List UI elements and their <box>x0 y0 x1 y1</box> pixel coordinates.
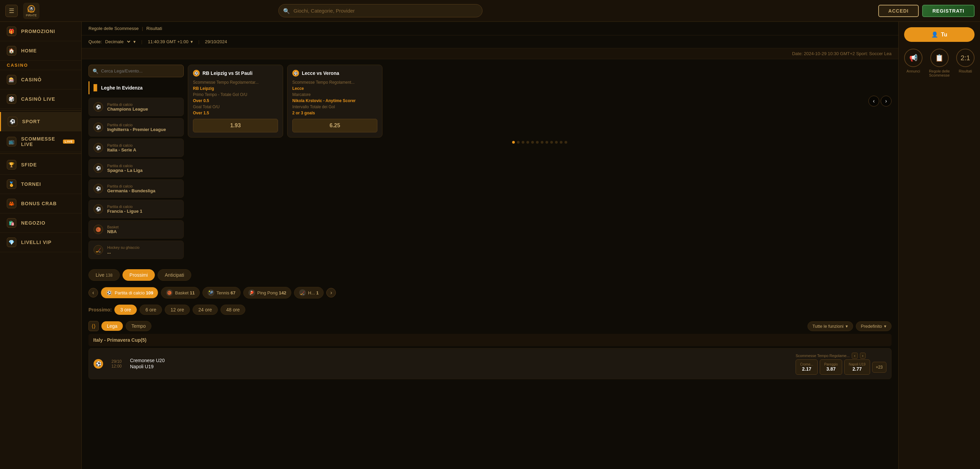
tab-label: Live <box>95 272 105 278</box>
carousel-prev-btn[interactable]: ‹ <box>869 95 879 107</box>
right-icon-annunci[interactable]: 📢 Annunci <box>904 49 923 77</box>
sidebar-toggle-btn[interactable]: ☰ <box>5 5 18 17</box>
carousel-dot[interactable] <box>541 141 543 144</box>
carousel-dot[interactable] <box>546 141 548 144</box>
view-tempo-btn[interactable]: Tempo <box>126 321 151 331</box>
bonus-crab-icon: 🦀 <box>7 199 16 208</box>
sidebar-item-bonus-crab[interactable]: 🦀 BONUS CRAB <box>0 194 81 213</box>
more-markets-btn[interactable]: +23 <box>872 362 886 373</box>
sidebar-item-casino-live[interactable]: 🎲 CASINÒ LIVE <box>0 89 81 109</box>
breadcrumb-item-2[interactable]: Risultati <box>146 26 162 31</box>
right-icon-circle-regole: 📋 <box>930 49 949 67</box>
sidebar-item-sport[interactable]: ⚽ SPORT <box>0 112 81 131</box>
registrati-button[interactable]: REGISTRATI <box>922 5 975 17</box>
sport-tab-ping-pong[interactable]: 🏓 Ping Pong 142 <box>243 287 291 299</box>
odds-label: Napoli U19 <box>849 362 865 366</box>
tu-button[interactable]: 👤 Tu <box>904 27 975 42</box>
carousel-dot[interactable] <box>517 141 520 144</box>
bet-type-text: Scommesse Tempo Regolame... <box>795 354 850 358</box>
league-info: Partita di calcio Italia - Serie A <box>107 143 137 153</box>
sport-tab-hockey[interactable]: 🏒 H... 1 <box>294 287 324 299</box>
sidebar-item-home[interactable]: 🏠 HOME <box>0 41 81 60</box>
time-option[interactable]: 11:40:39 GMT +1:00 ▾ <box>148 39 192 44</box>
carousel-match-name: RB Leipzig vs St Pauli <box>202 70 253 76</box>
league-info: Partita di calcio Francia - Ligue 1 <box>107 205 142 214</box>
tab-prossimi[interactable]: Prossimi <box>123 269 155 281</box>
right-icon-risultati[interactable]: 2:1 Risultati <box>956 49 975 77</box>
league-item[interactable]: ⚽ Partita di calcio Spagna - La Liga <box>89 159 184 177</box>
carousel-dot[interactable] <box>555 141 558 144</box>
league-name-item: Spagna - La Liga <box>107 168 143 173</box>
carousel-next-btn[interactable]: › <box>881 95 891 107</box>
odds-button[interactable]: Napoli U19 2.77 <box>844 359 870 375</box>
carousel-dot[interactable] <box>531 141 534 144</box>
sport-tab-icon: 🏓 <box>248 289 255 296</box>
league-item[interactable]: ⚽ Partita di calcio Italia - Serie A <box>89 138 184 157</box>
carousel-row2-label: Intervallo Totale dei Gol <box>292 105 377 109</box>
match-bet-type: Scommesse Tempo Regolame... ‹ › Crome...… <box>795 353 886 375</box>
team1-name: Cremonese U20 <box>130 358 791 363</box>
quote-select[interactable]: Decimale Frazionale <box>104 39 131 45</box>
view-lega-btn[interactable]: Lega <box>102 321 123 331</box>
logo-icon: FAT PIRATE 🏴‍☠️ <box>23 3 40 19</box>
livelli-vip-icon: 💎 <box>7 238 16 247</box>
sidebar-item-sfide[interactable]: 🏆 SFIDE <box>0 155 81 175</box>
sidebar-label-sport: SPORT <box>22 119 40 124</box>
carousel-row1-label: Primo Tempo - Totale Gol O/U <box>193 92 278 97</box>
time-btn-3ore[interactable]: 3 ore <box>115 305 137 315</box>
right-icon-circle-risultati: 2:1 <box>956 49 975 67</box>
sidebar-item-livelli-vip[interactable]: 💎 LIVELLI VIP <box>0 233 81 252</box>
carousel-dot[interactable] <box>560 141 563 144</box>
leagues-list: ⚽ Partita di calcio Champions League ⚽ P… <box>89 98 184 259</box>
time-filters-label: Prossimo: <box>89 307 111 312</box>
odds-label: Pareggio <box>824 362 838 366</box>
carousel-dot[interactable] <box>527 141 529 144</box>
tab-live[interactable]: Live 138 <box>89 269 120 281</box>
carousel-odds-btn[interactable]: 1.93 <box>193 119 278 132</box>
sport-tabs-prev-btn[interactable]: ‹ <box>89 288 98 297</box>
odds-button[interactable]: Pareggio 3.87 <box>820 359 842 375</box>
expand-icon[interactable]: ⟨⟩ <box>89 321 99 331</box>
all-functions-dropdown[interactable]: Tutte le funzioni ▾ <box>808 321 853 331</box>
carousel-dot[interactable] <box>565 141 567 144</box>
carousel-dot[interactable] <box>550 141 553 144</box>
carousel-row2-val: Over 1.5 <box>193 111 278 115</box>
league-item[interactable]: 🏀 Basket NBA <box>89 220 184 238</box>
league-type: Partita di calcio <box>107 143 137 147</box>
odds-button[interactable]: Crome... 2.17 <box>795 359 818 375</box>
sport-tabs-next-btn[interactable]: › <box>326 288 336 297</box>
time-btn-48ore[interactable]: 48 ore <box>221 305 246 315</box>
carousel-odds-btn[interactable]: 6.25 <box>292 119 377 132</box>
sport-tab-tennis[interactable]: 🎾 Tennis 67 <box>202 287 240 299</box>
league-item[interactable]: ⚽ Partita di calcio Francia - Ligue 1 <box>89 200 184 218</box>
dropdown1-chevron-icon: ▾ <box>846 324 848 329</box>
sport-tab-basket[interactable]: 🏀 Basket 11 <box>161 287 200 299</box>
carousel-dot[interactable] <box>522 141 524 144</box>
sidebar-item-tornei[interactable]: 🏅 TORNEI <box>0 175 81 194</box>
time-btn-12ore[interactable]: 12 ore <box>165 305 190 315</box>
right-icon-regole[interactable]: 📋 Regole delle Scommesse <box>923 49 956 77</box>
league-item[interactable]: ⚽ Partita di calcio Champions League <box>89 98 184 116</box>
sidebar-item-promozioni[interactable]: 🎁 PROMOZIONI <box>0 22 81 41</box>
search-input[interactable] <box>278 4 482 17</box>
carousel-dot[interactable] <box>536 141 539 144</box>
predefinito-dropdown[interactable]: Predefinito ▾ <box>856 321 891 331</box>
league-item[interactable]: ⚽ Partita di calcio Inghilterra - Premie… <box>89 118 184 137</box>
sport-tab-calcio[interactable]: ⚽ Partita di calcio 109 <box>101 287 158 299</box>
carousel-dot[interactable] <box>512 141 515 144</box>
tab-anticipati[interactable]: Anticipati <box>158 269 191 281</box>
time-btn-6ore[interactable]: 6 ore <box>140 305 162 315</box>
sidebar-item-negozio[interactable]: 🛍️ NEGOZIO <box>0 213 81 233</box>
next-odds-btn[interactable]: › <box>860 353 866 359</box>
main-layout: 🎁 PROMOZIONI 🏠 HOME CASINO 🎰 CASINÒ 🎲 CA… <box>0 22 980 469</box>
league-search-input[interactable] <box>89 65 184 77</box>
league-item[interactable]: ⚽ Partita di calcio Germania - Bundeslig… <box>89 180 184 198</box>
league-item[interactable]: 🏒 Hockey su ghiaccio ... <box>89 241 184 259</box>
time-btn-24ore[interactable]: 24 ore <box>192 305 218 315</box>
accedi-button[interactable]: ACCEDI <box>878 5 919 17</box>
prev-odds-btn[interactable]: ‹ <box>852 353 858 359</box>
sidebar-item-casino[interactable]: 🎰 CASINÒ <box>0 70 81 89</box>
breadcrumb-item-1[interactable]: Regole delle Scommesse <box>89 26 138 31</box>
sidebar-item-scommesse-live[interactable]: 📺 SCOMMESSE LIVE LIVE <box>0 131 81 152</box>
league-name-item: NBA <box>107 229 119 234</box>
